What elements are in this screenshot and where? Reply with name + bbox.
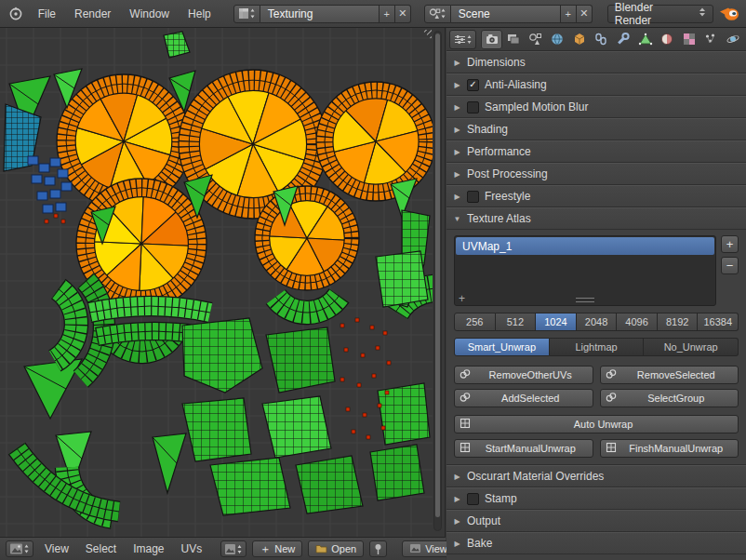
new-label: New	[274, 543, 295, 554]
close-scene-button[interactable]: ✕	[577, 5, 593, 23]
properties-editor: ▶ Dimensions ▶ ✓ Anti-Aliasing ▶ Sampled…	[446, 28, 746, 560]
image-pin-button[interactable]	[369, 540, 387, 557]
scene-name: Scene	[459, 7, 490, 20]
tab-object-data-icon[interactable]	[634, 30, 656, 49]
menu-window[interactable]: Window	[120, 5, 179, 23]
section-dimensions[interactable]: ▶ Dimensions	[446, 51, 746, 73]
tab-scene-icon[interactable]	[526, 30, 547, 49]
tab-modifiers-wrench-icon[interactable]	[613, 30, 634, 49]
main-menubar: File Render Window Help	[29, 5, 220, 23]
lightmap-tab[interactable]: Lightmap	[550, 338, 645, 356]
motion-blur-checkbox[interactable]	[467, 101, 479, 113]
remove-other-uvs-button[interactable]: RemoveOtherUVs	[454, 366, 593, 384]
disclosure-triangle-icon: ▶	[453, 540, 461, 548]
blender-window-menu-icon[interactable]	[5, 4, 27, 24]
tab-world-icon[interactable]	[547, 30, 568, 49]
open-label: Open	[331, 543, 356, 554]
menu-render[interactable]: Render	[65, 5, 120, 23]
smart-unwrap-tab[interactable]: Smart_Unwrap	[454, 338, 550, 356]
size-512-button[interactable]: 512	[496, 313, 537, 331]
menu-file[interactable]: File	[29, 5, 65, 23]
section-oscurart-overrides[interactable]: ▶ Oscurart Material Overrides	[446, 465, 746, 487]
freestyle-checkbox[interactable]	[467, 191, 479, 203]
anti-aliasing-checkbox[interactable]: ✓	[467, 79, 479, 91]
screen-layout-name: Texturing	[268, 7, 313, 20]
folder-icon	[315, 543, 327, 555]
stamp-checkbox[interactable]	[467, 493, 479, 505]
size-4096-button[interactable]: 4096	[617, 313, 658, 331]
editor-type-button[interactable]	[6, 540, 33, 557]
section-label: Texture Atlas	[467, 212, 531, 225]
no-unwrap-tab[interactable]: No_Unwrap	[644, 338, 739, 356]
size-2048-button[interactable]: 2048	[577, 313, 618, 331]
section-anti-aliasing[interactable]: ▶ ✓ Anti-Aliasing	[446, 73, 746, 96]
display-image-icon	[409, 543, 421, 555]
add-scene-button[interactable]: +	[561, 5, 577, 23]
render-engine-dropdown[interactable]: Blender Render	[607, 5, 714, 23]
scene-browse-button[interactable]	[424, 5, 451, 23]
uvmap-list-item-selected[interactable]: UVMap_1	[456, 237, 714, 255]
plus-icon: ＋	[260, 541, 271, 557]
add-screen-layout-button[interactable]: +	[380, 5, 395, 23]
section-output[interactable]: ▶ Output	[446, 510, 746, 532]
scene-name-field[interactable]: Scene	[451, 5, 561, 23]
close-screen-layout-button[interactable]: ✕	[395, 5, 411, 23]
list-filter-expand-icon[interactable]: +	[459, 292, 465, 305]
screen-layout-browse-button[interactable]	[233, 5, 260, 23]
finish-manual-unwrap-button[interactable]: FinshManualUnwrap	[600, 439, 739, 458]
linked-spheres-icon	[606, 368, 617, 381]
uv-menu-view[interactable]: View	[37, 540, 76, 558]
section-bake[interactable]: ▶ Bake	[446, 532, 746, 554]
image-new-button[interactable]: ＋ New	[252, 540, 302, 557]
image-open-button[interactable]: Open	[308, 540, 364, 557]
tab-render-layers-icon[interactable]	[503, 30, 525, 49]
section-freestyle[interactable]: ▶ Freestyle	[446, 185, 746, 207]
tab-object-icon[interactable]	[569, 30, 591, 49]
uv-canvas[interactable]	[0, 28, 433, 537]
render-engine-label: Blender Render	[615, 1, 692, 27]
section-performance[interactable]: ▶ Performance	[446, 140, 746, 163]
tab-constraints-icon[interactable]	[591, 30, 612, 49]
section-texture-atlas[interactable]: ▼ Texture Atlas	[446, 207, 746, 230]
list-resize-grip-icon[interactable]	[576, 298, 594, 302]
section-post-processing[interactable]: ▶ Post Processing	[446, 163, 746, 185]
start-manual-unwrap-button[interactable]: StartManualUnwrap	[454, 439, 593, 458]
disclosure-triangle-down-icon: ▼	[453, 215, 461, 223]
remove-selected-button[interactable]: RemoveSelected	[600, 366, 739, 384]
unwrap-mode-row: Smart_Unwrap Lightmap No_Unwrap	[454, 338, 739, 356]
tab-material-icon[interactable]	[657, 30, 678, 49]
uv-image-editor[interactable]: View Select Image UVs ＋ New Open	[0, 28, 446, 560]
scrollbar-thumb[interactable]	[435, 33, 440, 517]
size-1024-button[interactable]: 1024	[536, 313, 577, 331]
check-icon: ✓	[469, 80, 476, 89]
uv-menu-uvs[interactable]: UVs	[174, 540, 210, 558]
size-256-button[interactable]: 256	[454, 313, 496, 331]
tab-particles-icon[interactable]	[700, 30, 722, 49]
tab-render-camera-icon[interactable]	[481, 30, 502, 49]
menu-help[interactable]: Help	[179, 5, 220, 23]
disclosure-triangle-icon: ▶	[453, 148, 461, 156]
section-label: Shading	[467, 123, 508, 136]
uvmap-list[interactable]: UVMap_1 +	[454, 235, 716, 306]
auto-unwrap-button[interactable]: Auto Unwrap	[454, 415, 739, 433]
size-8192-button[interactable]: 8192	[658, 313, 699, 331]
select-group-button[interactable]: SelectGroup	[600, 389, 739, 407]
section-sampled-motion-blur[interactable]: ▶ Sampled Motion Blur	[446, 96, 746, 118]
size-16384-button[interactable]: 16384	[698, 313, 739, 331]
image-browse-button[interactable]	[220, 540, 246, 557]
section-label: Performance	[467, 145, 531, 158]
editor-type-properties-button[interactable]	[449, 30, 476, 49]
uv-menu-image[interactable]: Image	[126, 540, 171, 558]
uv-editor-scrollbar[interactable]	[433, 31, 442, 531]
uv-menu-select[interactable]: Select	[78, 540, 124, 558]
uv-unwrap-icon	[460, 442, 471, 455]
screen-layout-name-field[interactable]: Texturing	[260, 5, 380, 23]
section-stamp[interactable]: ▶ Stamp	[446, 487, 746, 510]
section-shading[interactable]: ▶ Shading	[446, 118, 746, 140]
tab-texture-icon[interactable]	[678, 30, 699, 49]
add-selected-button[interactable]: AddSelected	[454, 389, 593, 407]
uvmap-remove-button[interactable]: −	[721, 257, 739, 274]
tab-physics-icon[interactable]	[722, 30, 743, 49]
texture-size-row: 256 512 1024 2048 4096 8192 16384	[454, 313, 739, 331]
uvmap-add-button[interactable]: +	[721, 235, 739, 253]
